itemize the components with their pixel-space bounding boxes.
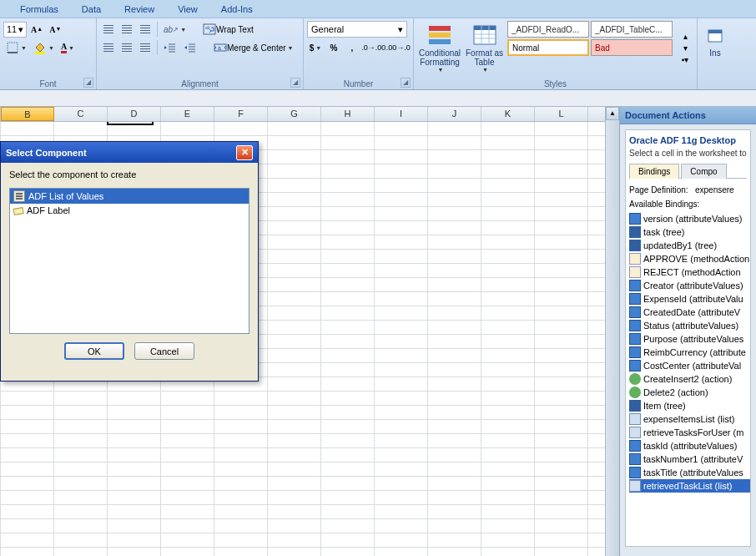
grid-cell[interactable] [481, 477, 535, 490]
grid-cell[interactable] [268, 264, 321, 277]
formula-bar[interactable] [0, 90, 756, 107]
grid-cell[interactable] [535, 235, 588, 249]
grid-row[interactable] [0, 420, 605, 434]
grid-cell[interactable] [375, 448, 428, 462]
wrap-text-button[interactable]: ab Wrap Text [199, 21, 258, 38]
grid-cell[interactable] [161, 462, 214, 476]
merge-center-button[interactable]: a Merge & Center▼ [209, 39, 298, 56]
binding-item[interactable]: ReimbCurrency (attribute [629, 346, 751, 359]
grid-cell[interactable] [161, 122, 214, 135]
col-header-H[interactable]: H [321, 107, 375, 121]
col-header-J[interactable]: J [428, 107, 481, 121]
grid-cell[interactable] [321, 377, 375, 391]
grid-cell[interactable] [108, 462, 161, 476]
grid-cell[interactable] [161, 392, 214, 405]
grid-cell[interactable] [428, 292, 481, 306]
list-item-adf-label[interactable]: ADF Label [10, 204, 249, 217]
grid-cell[interactable] [481, 406, 535, 419]
grid-cell[interactable] [1, 548, 54, 556]
grid-cell[interactable] [321, 250, 375, 263]
grid-cell[interactable] [268, 122, 321, 135]
grid-cell[interactable] [375, 363, 428, 377]
grid-cell[interactable] [268, 235, 321, 249]
grid-cell[interactable] [481, 505, 535, 518]
grid-cell[interactable] [428, 179, 481, 192]
format-as-table-button[interactable]: Format as Table▼ [462, 20, 507, 75]
grid-cell[interactable] [375, 179, 428, 192]
grid-cell[interactable] [321, 533, 375, 547]
grid-cell[interactable] [268, 406, 321, 419]
grid-cell[interactable] [321, 164, 375, 178]
scroll-up-button[interactable]: ▲ [606, 107, 619, 120]
binding-item[interactable]: taskNumber1 (attributeV [629, 452, 751, 466]
grid-cell[interactable] [428, 122, 481, 135]
grid-cell[interactable] [428, 377, 481, 391]
grid-cell[interactable] [375, 349, 428, 362]
grid-cell[interactable] [108, 406, 161, 419]
grid-cell[interactable] [268, 136, 321, 149]
grid-cell[interactable] [321, 292, 375, 306]
grid-cell[interactable] [535, 136, 588, 149]
grid-cell[interactable] [375, 306, 428, 320]
binding-item[interactable]: version (attributeValues) [629, 212, 751, 225]
grid-cell[interactable] [535, 122, 588, 135]
grid-cell[interactable] [375, 434, 428, 447]
grid-cell[interactable] [481, 349, 535, 362]
grid-cell[interactable] [268, 491, 321, 504]
font-size-input[interactable]: 11▾ [3, 22, 27, 38]
grid-cell[interactable] [321, 462, 375, 476]
grid-cell[interactable] [481, 164, 535, 178]
grid-cell[interactable] [161, 519, 214, 533]
grid-cell[interactable] [375, 221, 428, 235]
grid-cell[interactable] [535, 377, 588, 391]
grid-cell[interactable] [268, 434, 321, 447]
grid-cell[interactable] [214, 519, 268, 533]
grid-cell[interactable] [535, 264, 588, 277]
grid-cell[interactable] [54, 448, 108, 462]
col-header-G[interactable]: G [268, 107, 321, 121]
grid-cell[interactable] [481, 462, 535, 476]
grid-cell[interactable] [268, 306, 321, 320]
grid-cell[interactable] [375, 193, 428, 206]
grid-cell[interactable] [268, 179, 321, 192]
grid-row[interactable] [0, 448, 605, 462]
grid-cell[interactable] [375, 406, 428, 419]
grid-cell[interactable] [535, 207, 588, 220]
increase-indent-button[interactable] [181, 39, 199, 56]
grid-cell[interactable] [481, 434, 535, 447]
grid-cell[interactable] [1, 491, 54, 504]
grid-cell[interactable] [1, 448, 54, 462]
grid-cell[interactable] [428, 278, 481, 291]
grid-cell[interactable] [321, 505, 375, 518]
align-bottom-button[interactable] [137, 21, 154, 38]
grid-cell[interactable] [1, 392, 54, 405]
grid-cell[interactable] [428, 207, 481, 220]
grid-cell[interactable] [54, 392, 108, 405]
tab-formulas[interactable]: Formulas [8, 2, 70, 17]
percent-format-button[interactable]: % [325, 39, 342, 56]
grid-cell[interactable] [321, 477, 375, 490]
comma-format-button[interactable]: , [344, 39, 360, 56]
grid-cell[interactable] [428, 164, 481, 178]
grid-cell[interactable] [161, 420, 214, 433]
grid-row[interactable] [0, 533, 605, 548]
grid-cell[interactable] [108, 448, 161, 462]
grid-cell[interactable] [535, 306, 588, 320]
binding-item[interactable]: Delete2 (action) [629, 386, 751, 399]
binding-item[interactable]: REJECT (methodAction [629, 265, 751, 279]
binding-item[interactable]: retrievedTaskList (list) [629, 479, 751, 493]
grid-cell[interactable] [108, 434, 161, 447]
grid-cell[interactable] [1, 533, 54, 547]
number-format-select[interactable]: General▾ [307, 21, 407, 38]
grid-row[interactable] [0, 491, 605, 505]
col-header-F[interactable]: F [214, 107, 268, 121]
grid-cell[interactable] [161, 491, 214, 504]
insert-button[interactable]: Ins [701, 20, 729, 59]
grid-cell[interactable] [161, 448, 214, 462]
grid-cell[interactable] [428, 519, 481, 533]
grid-cell[interactable] [214, 505, 268, 518]
grid-cell[interactable] [481, 533, 535, 547]
grid-cell[interactable] [214, 448, 268, 462]
dialog-close-button[interactable]: ✕ [236, 145, 253, 160]
cell-style-readonly[interactable]: _ADFDI_ReadO... [507, 21, 589, 38]
